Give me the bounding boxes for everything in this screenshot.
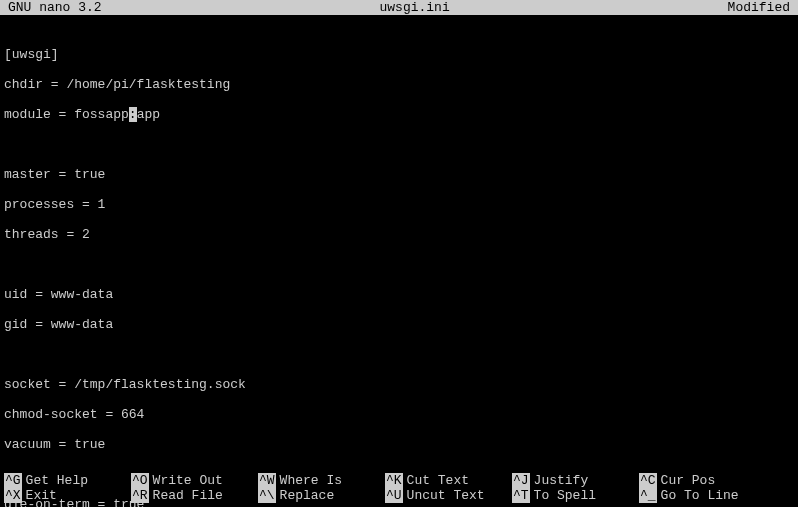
editor-line: chmod-socket = 664 [4, 392, 794, 422]
shortcut-cur-pos[interactable]: ^C Cur Pos [639, 473, 766, 488]
modified-status: Modified [728, 0, 796, 15]
app-name: GNU nano 3.2 [2, 0, 102, 15]
shortcut-label: Justify [534, 473, 589, 488]
editor-line: socket = /tmp/flasktesting.sock [4, 362, 794, 392]
shortcut-key: ^\ [258, 488, 276, 503]
shortcut-label: Write Out [153, 473, 223, 488]
editor-line [4, 122, 794, 152]
shortcut-key: ^T [512, 488, 530, 503]
editor-line: processes = 1 [4, 182, 794, 212]
shortcut-cut-text[interactable]: ^K Cut Text [385, 473, 512, 488]
shortcut-label: Get Help [26, 473, 88, 488]
shortcut-label: To Spell [534, 488, 596, 503]
shortcut-key: ^X [4, 488, 22, 503]
editor-line: threads = 2 [4, 212, 794, 242]
title-bar: GNU nano 3.2 uwsgi.ini Modified [0, 0, 798, 15]
shortcut-label: Uncut Text [407, 488, 485, 503]
shortcut-go-to-line[interactable]: ^_ Go To Line [639, 488, 766, 503]
shortcut-label: Cut Text [407, 473, 469, 488]
shortcut-label: Read File [153, 488, 223, 503]
shortcut-key: ^W [258, 473, 276, 488]
shortcut-label: Go To Line [661, 488, 739, 503]
shortcut-key: ^G [4, 473, 22, 488]
shortcut-uncut-text[interactable]: ^U Uncut Text [385, 488, 512, 503]
shortcuts-bar: ^G Get Help ^O Write Out ^W Where Is ^K … [4, 473, 794, 503]
shortcut-key: ^U [385, 488, 403, 503]
shortcut-key: ^O [131, 473, 149, 488]
shortcut-label: Replace [280, 488, 335, 503]
shortcut-label: Where Is [280, 473, 342, 488]
editor-line: module = fossapp:app [4, 92, 794, 122]
shortcut-justify[interactable]: ^J Justify [512, 473, 639, 488]
shortcut-key: ^J [512, 473, 530, 488]
shortcut-key: ^K [385, 473, 403, 488]
shortcut-get-help[interactable]: ^G Get Help [4, 473, 131, 488]
shortcut-to-spell[interactable]: ^T To Spell [512, 488, 639, 503]
editor-line [4, 332, 794, 362]
editor-line: gid = www-data [4, 302, 794, 332]
shortcut-label: Exit [26, 488, 57, 503]
shortcut-exit[interactable]: ^X Exit [4, 488, 131, 503]
shortcut-label: Cur Pos [661, 473, 716, 488]
shortcut-replace[interactable]: ^\ Replace [258, 488, 385, 503]
shortcut-write-out[interactable]: ^O Write Out [131, 473, 258, 488]
editor-area[interactable]: [uwsgi] chdir = /home/pi/flasktesting mo… [0, 15, 798, 507]
filename: uwsgi.ini [102, 0, 728, 15]
editor-line: master = true [4, 152, 794, 182]
shortcut-row: ^X Exit ^R Read File ^\ Replace ^U Uncut… [4, 488, 794, 503]
editor-line: chdir = /home/pi/flasktesting [4, 62, 794, 92]
editor-line: uid = www-data [4, 272, 794, 302]
shortcut-key: ^C [639, 473, 657, 488]
shortcut-row: ^G Get Help ^O Write Out ^W Where Is ^K … [4, 473, 794, 488]
cursor: : [129, 107, 137, 122]
shortcut-key: ^R [131, 488, 149, 503]
editor-line [4, 242, 794, 272]
shortcut-key: ^_ [639, 488, 657, 503]
shortcut-read-file[interactable]: ^R Read File [131, 488, 258, 503]
editor-line: vacuum = true [4, 422, 794, 452]
shortcut-where-is[interactable]: ^W Where Is [258, 473, 385, 488]
editor-line: [uwsgi] [4, 32, 794, 62]
